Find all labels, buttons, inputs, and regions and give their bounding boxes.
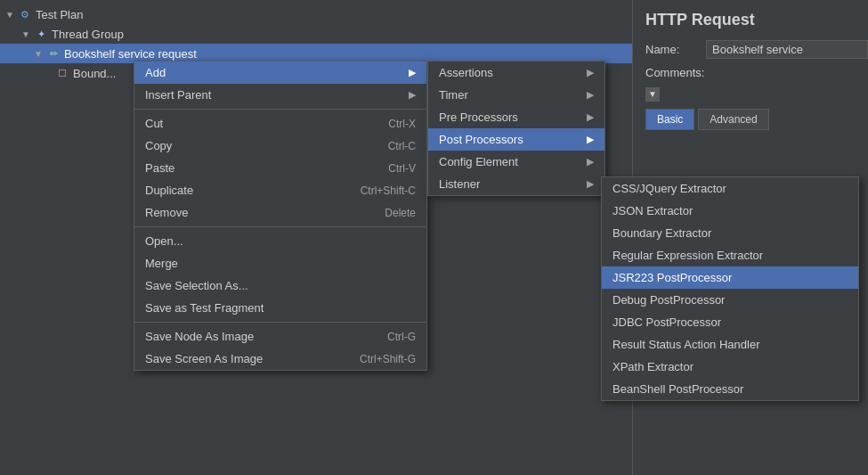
- menu-label-paste: Paste: [145, 161, 174, 175]
- http-panel-title: HTTP Request: [633, 0, 868, 37]
- shortcut-save-screen: Ctrl+Shift-G: [360, 353, 416, 365]
- submenu3-item-json[interactable]: JSON Extractor: [602, 200, 858, 222]
- menu-item-add[interactable]: Add ▶: [134, 61, 426, 84]
- menu-item-cut[interactable]: Cut Ctrl-X: [134, 112, 426, 135]
- menu-label-duplicate: Duplicate: [145, 184, 193, 197]
- comments-label: Comments:: [633, 62, 868, 83]
- separator-1: [134, 109, 426, 110]
- submenu3-item-beanshell[interactable]: BeanShell PostProcessor: [602, 378, 858, 400]
- submenu3-label-css: CSS/JQuery Extractor: [612, 182, 726, 195]
- menu-item-save-node-image[interactable]: Save Node As Image Ctrl-G: [134, 325, 426, 348]
- shortcut-cut: Ctrl-X: [388, 118, 416, 130]
- menu-label-save-selection: Save Selection As...: [145, 279, 248, 292]
- tree-arrow-testplan: ▼: [5, 10, 14, 20]
- menu-item-save-selection[interactable]: Save Selection As...: [134, 274, 426, 297]
- tree-label-threadgroup: Thread Group: [52, 28, 124, 41]
- expand-arrow[interactable]: ▼: [645, 87, 660, 102]
- submenu3-label-jdbc: JDBC PostProcessor: [612, 315, 721, 329]
- submenu2-label-post-processors: Post Processors: [439, 133, 523, 146]
- add-submenu-arrow: ▶: [409, 67, 416, 78]
- menu-item-save-fragment[interactable]: Save as Test Fragment: [134, 297, 426, 319]
- post-processors-submenu: CSS/JQuery Extractor JSON Extractor Boun…: [601, 176, 859, 401]
- tab-advanced[interactable]: Advanced: [698, 109, 768, 130]
- submenu2-label-pre-processors: Pre Processors: [439, 111, 518, 124]
- submenu3-label-regex: Regular Expression Extractor: [612, 249, 763, 262]
- submenu2-label-assertions: Assertions: [439, 66, 493, 79]
- tree-item-threadgroup[interactable]: ▼ ✦ Thread Group: [0, 24, 632, 44]
- threadgroup-icon: ✦: [34, 27, 48, 41]
- submenu2-label-listener: Listener: [439, 177, 480, 191]
- menu-label-save-fragment: Save as Test Fragment: [145, 301, 264, 315]
- submenu2-item-timer[interactable]: Timer ▶: [428, 84, 604, 106]
- menu-item-paste[interactable]: Paste Ctrl-V: [134, 157, 426, 179]
- timer-arrow: ▶: [587, 89, 594, 101]
- pre-processors-arrow: ▶: [587, 111, 594, 123]
- name-input[interactable]: [706, 40, 868, 59]
- submenu3-item-jsr223[interactable]: JSR223 PostProcessor: [602, 266, 858, 289]
- name-row: Name:: [633, 37, 868, 62]
- tree-label-bound: Bound...: [73, 67, 116, 80]
- tree-label-testplan: Test Plan: [36, 8, 83, 21]
- name-label: Name:: [645, 43, 699, 56]
- shortcut-remove: Delete: [385, 207, 416, 219]
- submenu3-item-regex[interactable]: Regular Expression Extractor: [602, 244, 858, 266]
- submenu2-item-config-element[interactable]: Config Element ▶: [428, 151, 604, 173]
- insert-parent-submenu-arrow: ▶: [409, 89, 416, 101]
- menu-item-open[interactable]: Open...: [134, 230, 426, 252]
- shortcut-save-node: Ctrl-G: [387, 331, 416, 343]
- context-menu: Add ▶ Insert Parent ▶ Cut Ctrl-X Copy Ct…: [134, 61, 427, 371]
- submenu3-label-jsr223: JSR223 PostProcessor: [612, 271, 732, 284]
- request-icon: ✏: [46, 46, 61, 61]
- menu-item-duplicate[interactable]: Duplicate Ctrl+Shift-C: [134, 179, 426, 201]
- menu-item-insert-parent[interactable]: Insert Parent ▶: [134, 84, 426, 106]
- tree-item-testplan[interactable]: ▼ ⚙ Test Plan: [0, 0, 632, 24]
- submenu3-item-xpath[interactable]: XPath Extractor: [602, 356, 858, 378]
- assertions-arrow: ▶: [587, 67, 594, 78]
- shortcut-paste: Ctrl-V: [388, 162, 416, 175]
- tree-arrow-request: ▼: [34, 49, 43, 59]
- submenu2-label-timer: Timer: [439, 88, 468, 102]
- menu-label-open: Open...: [145, 234, 183, 248]
- testplan-icon: ⚙: [18, 7, 32, 21]
- menu-item-copy[interactable]: Copy Ctrl-C: [134, 135, 426, 157]
- menu-label-merge: Merge: [145, 257, 178, 270]
- submenu2-item-post-processors[interactable]: Post Processors ▶: [428, 128, 604, 151]
- menu-label-save-screen-image: Save Screen As Image: [145, 352, 263, 365]
- tree-label-request: Bookshelf service request: [64, 47, 197, 61]
- submenu3-label-beanshell: BeanShell PostProcessor: [612, 382, 743, 396]
- tab-basic[interactable]: Basic: [645, 109, 694, 130]
- submenu2-label-config-element: Config Element: [439, 155, 518, 168]
- submenu3-item-jdbc[interactable]: JDBC PostProcessor: [602, 311, 858, 333]
- submenu3-label-debug: Debug PostProcessor: [612, 293, 725, 307]
- post-processors-arrow: ▶: [587, 134, 594, 145]
- submenu2-item-listener[interactable]: Listener ▶: [428, 173, 604, 195]
- tabs-row: Basic Advanced: [633, 103, 868, 135]
- submenu2-item-pre-processors[interactable]: Pre Processors ▶: [428, 106, 604, 128]
- submenu3-label-xpath: XPath Extractor: [612, 360, 694, 373]
- menu-label-insert-parent: Insert Parent: [145, 88, 211, 102]
- menu-item-save-screen-image[interactable]: Save Screen As Image Ctrl+Shift-G: [134, 348, 426, 370]
- add-submenu: Assertions ▶ Timer ▶ Pre Processors ▶ Po…: [427, 61, 605, 196]
- bound-icon: ☐: [55, 66, 69, 80]
- menu-label-add: Add: [145, 66, 166, 79]
- submenu3-label-result-status: Result Status Action Handler: [612, 338, 759, 351]
- submenu2-item-assertions[interactable]: Assertions ▶: [428, 61, 604, 84]
- submenu3-label-boundary: Boundary Extractor: [612, 226, 711, 240]
- submenu3-item-result-status[interactable]: Result Status Action Handler: [602, 333, 858, 356]
- menu-label-copy: Copy: [145, 139, 172, 152]
- shortcut-duplicate: Ctrl+Shift-C: [361, 184, 416, 197]
- shortcut-copy: Ctrl-C: [388, 140, 416, 152]
- submenu3-item-debug[interactable]: Debug PostProcessor: [602, 289, 858, 311]
- config-element-arrow: ▶: [587, 156, 594, 168]
- submenu3-item-boundary[interactable]: Boundary Extractor: [602, 222, 858, 244]
- listener-arrow: ▶: [587, 178, 594, 190]
- submenu3-label-json: JSON Extractor: [612, 204, 693, 217]
- tree-arrow-threadgroup: ▼: [21, 29, 30, 39]
- menu-item-merge[interactable]: Merge: [134, 252, 426, 274]
- submenu3-item-css[interactable]: CSS/JQuery Extractor: [602, 177, 858, 200]
- separator-2: [134, 226, 426, 227]
- menu-label-remove: Remove: [145, 206, 188, 219]
- menu-item-remove[interactable]: Remove Delete: [134, 201, 426, 224]
- separator-3: [134, 322, 426, 323]
- menu-label-cut: Cut: [145, 117, 163, 130]
